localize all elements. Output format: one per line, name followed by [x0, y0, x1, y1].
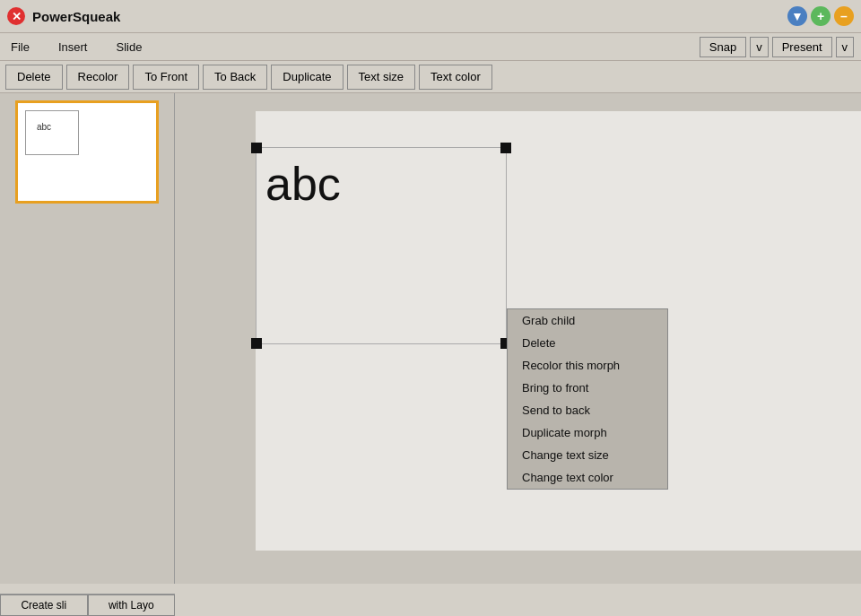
- menu-insert[interactable]: Insert: [55, 39, 91, 56]
- menu-file[interactable]: File: [7, 39, 33, 56]
- close-icon[interactable]: ✕: [7, 7, 25, 25]
- context-bring-front[interactable]: Bring to front: [508, 377, 667, 399]
- context-duplicate[interactable]: Duplicate morph: [508, 421, 667, 444]
- duplicate-button[interactable]: Duplicate: [271, 65, 343, 90]
- title-bar: ✕ PowerSqueak ▼ + –: [0, 0, 861, 32]
- text-color-button[interactable]: Text color: [419, 65, 492, 90]
- thumb-text: abc: [37, 122, 51, 132]
- app-title: PowerSqueak: [32, 9, 120, 24]
- window-controls: ▼ + –: [787, 6, 854, 26]
- context-grab-child[interactable]: Grab child: [508, 309, 667, 332]
- main-area: abc Create sli with Layo abc Grab child …: [0, 93, 861, 584]
- context-recolor[interactable]: Recolor this morph: [508, 354, 667, 377]
- text-size-button[interactable]: Text size: [347, 65, 416, 90]
- minimize-button[interactable]: –: [834, 6, 854, 26]
- snap-button[interactable]: Snap: [700, 37, 746, 57]
- handle-top-right[interactable]: [500, 143, 511, 153]
- menu-slide[interactable]: Slide: [112, 39, 145, 56]
- menu-bar: File Insert Slide Snap v Present v: [0, 32, 861, 61]
- slide-panel: abc Create sli with Layo: [0, 93, 175, 584]
- context-text-color[interactable]: Change text color: [508, 466, 667, 489]
- context-text-size[interactable]: Change text size: [508, 444, 667, 466]
- canvas-area[interactable]: abc Grab child Delete Recolor this morph…: [175, 93, 861, 584]
- zoom-in-button[interactable]: +: [811, 6, 831, 26]
- handle-bottom-left[interactable]: [251, 338, 262, 349]
- context-menu: Grab child Delete Recolor this morph Bri…: [507, 308, 668, 490]
- object-text: abc: [257, 148, 506, 220]
- context-delete[interactable]: Delete: [508, 332, 667, 354]
- context-send-back[interactable]: Send to back: [508, 399, 667, 421]
- slide-thumbnail[interactable]: abc: [15, 100, 159, 204]
- menu-right-controls: Snap v Present v: [700, 37, 854, 57]
- handle-top-left[interactable]: [251, 143, 262, 153]
- selected-object[interactable]: abc: [256, 147, 507, 344]
- toolbar: Delete Recolor To Front To Back Duplicat…: [0, 61, 861, 93]
- recolor-button[interactable]: Recolor: [66, 65, 130, 90]
- present-arrow-button[interactable]: v: [836, 37, 855, 57]
- present-button[interactable]: Present: [772, 37, 832, 57]
- thumb-inner-box: abc: [25, 110, 79, 155]
- scroll-down-button[interactable]: ▼: [787, 6, 807, 26]
- to-back-button[interactable]: To Back: [203, 65, 267, 90]
- to-front-button[interactable]: To Front: [133, 65, 199, 90]
- snap-arrow-button[interactable]: v: [750, 37, 769, 57]
- delete-button[interactable]: Delete: [5, 65, 63, 90]
